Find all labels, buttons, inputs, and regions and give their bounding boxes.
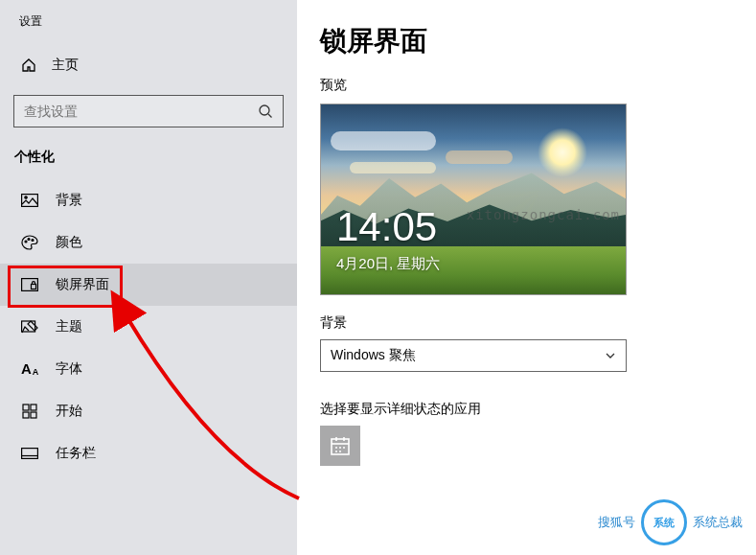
svg-point-0 bbox=[260, 105, 269, 115]
sidebar-item-taskbar[interactable]: 任务栏 bbox=[0, 432, 297, 474]
sidebar-item-label: 背景 bbox=[56, 192, 82, 209]
sidebar: 设置 主页 个性化 背景 颜色 锁屏界面 主题 bbox=[0, 0, 297, 555]
chevron-down-icon bbox=[605, 350, 616, 361]
sidebar-item-fonts[interactable]: AA 字体 bbox=[0, 348, 297, 390]
palette-icon bbox=[21, 235, 38, 250]
lockscreen-preview[interactable]: xitongzongcai.com 14:05 4月20日, 星期六 bbox=[320, 104, 627, 295]
preview-time: 14:05 bbox=[336, 204, 437, 250]
preview-label: 预览 bbox=[320, 77, 733, 94]
background-section-label: 背景 bbox=[320, 314, 733, 332]
sidebar-item-label: 开始 bbox=[56, 403, 82, 420]
background-dropdown[interactable]: Windows 聚焦 bbox=[320, 339, 627, 372]
sidebar-item-lockscreen[interactable]: 锁屏界面 bbox=[0, 264, 297, 306]
svg-rect-10 bbox=[31, 405, 36, 410]
watermark-badge: 系统 bbox=[641, 499, 687, 545]
section-header: 个性化 bbox=[0, 143, 297, 179]
search-input[interactable] bbox=[14, 104, 248, 119]
taskbar-icon bbox=[21, 446, 38, 461]
svg-rect-7 bbox=[32, 285, 36, 289]
svg-point-5 bbox=[32, 240, 34, 242]
sidebar-item-label: 字体 bbox=[56, 360, 82, 378]
sidebar-item-themes[interactable]: 主题 bbox=[0, 306, 297, 348]
picture-icon bbox=[21, 193, 38, 208]
svg-point-2 bbox=[25, 197, 27, 198]
sidebar-item-label: 锁屏界面 bbox=[56, 276, 109, 293]
detail-app-tile[interactable] bbox=[320, 426, 360, 466]
sidebar-item-colors[interactable]: 颜色 bbox=[0, 221, 297, 264]
detail-app-label: 选择要显示详细状态的应用 bbox=[320, 401, 733, 418]
sidebar-item-label: 任务栏 bbox=[56, 445, 96, 462]
svg-point-4 bbox=[28, 239, 30, 241]
preview-watermark: xitongzongcai.com bbox=[467, 207, 620, 222]
start-icon bbox=[21, 404, 38, 419]
svg-rect-9 bbox=[23, 405, 29, 410]
sidebar-item-label: 主题 bbox=[56, 318, 82, 335]
search-icon bbox=[248, 104, 283, 119]
svg-point-3 bbox=[25, 241, 27, 243]
preview-date: 4月20日, 星期六 bbox=[336, 255, 440, 273]
dropdown-value: Windows 聚焦 bbox=[331, 347, 416, 364]
app-title: 设置 bbox=[0, 12, 297, 47]
sidebar-item-background[interactable]: 背景 bbox=[0, 179, 297, 221]
svg-rect-1 bbox=[22, 195, 38, 207]
calendar-icon bbox=[330, 435, 351, 456]
page-watermark: 搜狐号 系统 系统总裁 bbox=[598, 499, 743, 545]
watermark-prefix: 搜狐号 bbox=[598, 514, 635, 531]
home-label: 主页 bbox=[52, 57, 79, 74]
watermark-suffix: 系统总裁 bbox=[693, 514, 743, 531]
main-content: 锁屏界面 预览 xitongzongcai.com 14:05 4月20日, 星… bbox=[297, 0, 756, 555]
theme-icon bbox=[21, 319, 38, 335]
font-icon: AA bbox=[21, 361, 38, 377]
svg-rect-13 bbox=[22, 449, 38, 459]
svg-rect-12 bbox=[31, 412, 36, 418]
sidebar-item-label: 颜色 bbox=[56, 234, 82, 251]
home-icon bbox=[21, 58, 36, 73]
page-title: 锁屏界面 bbox=[320, 23, 733, 59]
nav-home[interactable]: 主页 bbox=[0, 47, 297, 83]
svg-rect-11 bbox=[23, 412, 29, 418]
search-box[interactable] bbox=[13, 95, 284, 127]
sidebar-item-start[interactable]: 开始 bbox=[0, 390, 297, 432]
lockscreen-icon bbox=[21, 277, 38, 292]
